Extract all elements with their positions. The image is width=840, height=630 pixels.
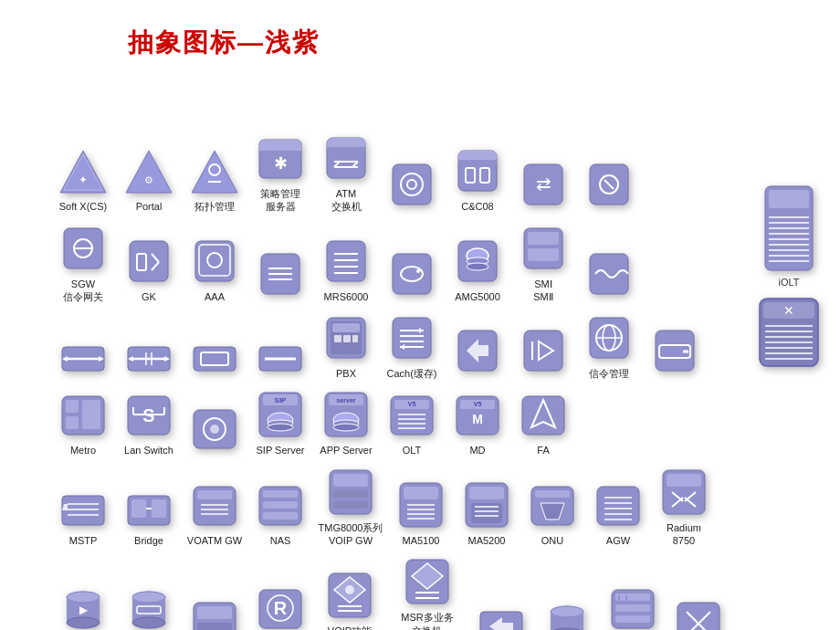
cell-fa: FA (510, 389, 576, 457)
cell-e3 (576, 159, 642, 214)
agw-icon (593, 479, 643, 530)
cell-onu: ONU (520, 479, 585, 547)
svg-text:V5: V5 (474, 401, 482, 407)
svg-point-190 (67, 617, 100, 628)
cell-nas: NAS (247, 479, 313, 547)
r3-3-icon (190, 340, 239, 376)
cell-app-server: server APP Server (313, 389, 379, 457)
iolt-container: iOLT (756, 183, 822, 288)
cell-r3-4 (247, 340, 313, 380)
row-4: Metro S Lan Switch (50, 389, 749, 457)
svg-rect-154 (263, 490, 298, 498)
svg-rect-230 (769, 190, 809, 208)
cell-sip-server: SIP SIP Server (247, 389, 313, 457)
svg-rect-78 (332, 323, 360, 332)
cell-voip-router: VOIP功能路由器 (313, 570, 386, 630)
r3-8-icon (519, 325, 568, 376)
cmts-icon (124, 586, 173, 630)
md-icon: V5 M (453, 389, 502, 440)
cell-tmg8000: TMG8000系列VOIP GW (313, 467, 388, 548)
cell-sgw: SGW信令网关 (50, 223, 116, 304)
soft-x-label: Soft X(CS) (59, 200, 108, 213)
policy-icon: ✱ (256, 132, 305, 184)
e2-icon: ⇄ (519, 159, 568, 210)
svg-point-191 (67, 592, 100, 603)
svg-rect-72 (194, 347, 236, 371)
svg-point-196 (132, 617, 165, 628)
r3-2-icon (124, 340, 173, 376)
cell-cmts: CMTS (116, 586, 182, 630)
svg-rect-183 (667, 474, 701, 487)
cell-voatm: VOATM GW (182, 479, 247, 547)
cell-ma5200: MA5200 (454, 479, 520, 547)
app-server-icon: server (321, 389, 371, 440)
topo-icon (190, 147, 239, 196)
metro-icon (58, 389, 108, 440)
cell-atm: ATM交换机 (313, 132, 379, 214)
svg-rect-19 (393, 164, 431, 205)
svg-rect-201 (197, 623, 232, 630)
svg-text:V5: V5 (408, 401, 416, 407)
svg-text:✱: ✱ (274, 154, 288, 173)
row-1: ✦ Soft X(CS) ⚙ Portal 拓扑管理 (50, 132, 749, 214)
svg-rect-159 (333, 490, 368, 498)
cell-r3-3 (182, 340, 247, 380)
cell-r3-10 (642, 325, 708, 380)
svg-marker-5 (192, 151, 237, 193)
cell-topo: 拓扑管理 (182, 147, 247, 213)
svg-rect-168 (469, 487, 504, 499)
svg-text:SIP: SIP (275, 396, 288, 404)
r3-4-icon (256, 340, 305, 376)
svg-rect-226 (677, 603, 719, 630)
big-switch-container: ✕ (756, 295, 822, 370)
cell-e1 (379, 159, 445, 214)
amg5000-icon (453, 236, 502, 287)
row-2: SGW信令网关 GK AAA (50, 223, 749, 304)
nas-icon (256, 479, 305, 530)
pbx-icon (321, 312, 371, 363)
portal-icon: ⚙ (124, 147, 173, 196)
mstp-icon (58, 490, 108, 530)
svg-text:▶: ▶ (79, 604, 89, 616)
svg-rect-222 (615, 604, 650, 612)
svg-rect-223 (615, 615, 650, 623)
svg-marker-3 (126, 151, 172, 193)
side-panel: iOLT ✕ (756, 183, 822, 370)
cell-msr: MSR多业务交换机(ATM/IP/MPLS) (386, 556, 468, 630)
svg-rect-145 (131, 499, 146, 518)
fa-icon (519, 389, 568, 440)
iolt-icon (761, 183, 816, 274)
svg-rect-105 (82, 400, 100, 429)
cell-agw: AGW (585, 479, 651, 547)
svg-rect-35 (130, 241, 168, 281)
cell-r4-3 (182, 403, 247, 457)
cc08-label: C&C08 (461, 200, 493, 213)
svg-rect-24 (458, 160, 497, 163)
cc08-icon (453, 145, 502, 196)
svg-rect-146 (152, 499, 166, 518)
policy-label: 策略管理服务器 (260, 187, 300, 214)
svg-text:server: server (336, 397, 355, 404)
svg-rect-81 (352, 335, 358, 342)
icon-grid: ✦ Soft X(CS) ⚙ Portal 拓扑管理 (50, 132, 749, 630)
svg-rect-60 (528, 248, 559, 261)
msr-icon (403, 556, 452, 607)
svg-rect-200 (197, 606, 232, 619)
svg-text:M: M (472, 412, 483, 426)
sip-server-icon: SIP (256, 389, 305, 440)
iolt-label: iOLT (778, 277, 799, 288)
svg-rect-103 (66, 400, 79, 413)
iad-icon (608, 583, 657, 630)
svg-rect-160 (333, 501, 368, 509)
r6-10-icon (674, 595, 723, 630)
svg-rect-80 (343, 335, 351, 342)
mrs6000-icon (321, 236, 371, 287)
voatm-icon (190, 479, 239, 530)
r6-7-icon (477, 606, 526, 630)
svg-rect-79 (334, 335, 341, 342)
e4-icon (256, 248, 305, 299)
cell-cc08: C&C08 (445, 145, 510, 213)
atm-icon (321, 132, 371, 184)
cach-icon (387, 312, 436, 363)
cell-r6-3 (182, 595, 247, 630)
